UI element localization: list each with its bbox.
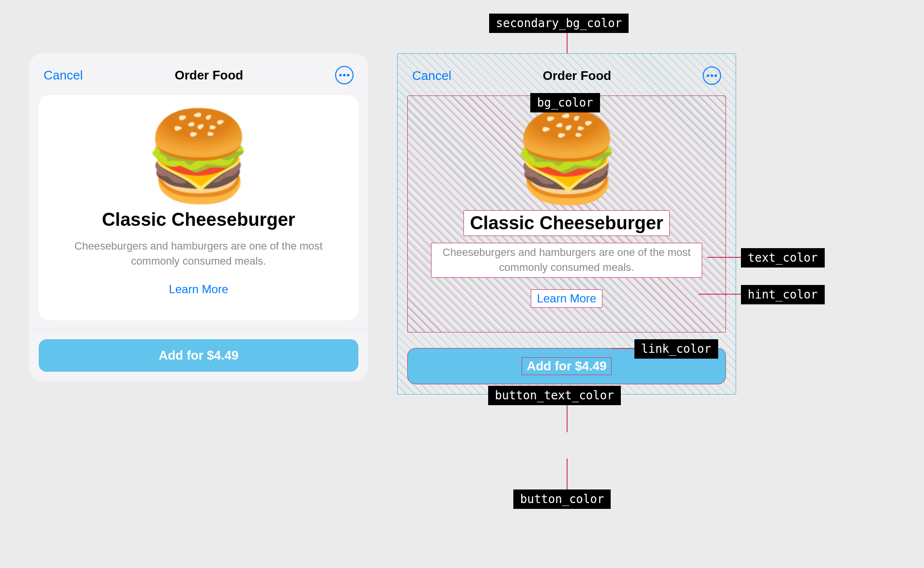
leader-text-color bbox=[707, 257, 741, 258]
leader-secondary-bg-color bbox=[567, 31, 568, 53]
label-button-color: button_color bbox=[513, 489, 611, 509]
ellipsis-icon bbox=[707, 74, 717, 77]
svg-point-1 bbox=[343, 74, 345, 76]
add-button-label: Add for $4.49 bbox=[522, 357, 612, 375]
label-secondary-bg-color: secondary_bg_color bbox=[489, 14, 629, 33]
panel-title: Order Food bbox=[543, 68, 612, 83]
label-text-color: text_color bbox=[741, 248, 825, 268]
label-bg-color: bg_color bbox=[530, 93, 600, 112]
ellipsis-icon bbox=[339, 74, 350, 77]
cancel-button[interactable]: Cancel bbox=[412, 68, 451, 83]
product-name: Classic Cheeseburger bbox=[463, 210, 669, 236]
learn-more-link[interactable]: Learn More bbox=[531, 289, 603, 308]
panel-header: Cancel Order Food bbox=[29, 53, 368, 95]
svg-point-3 bbox=[707, 74, 709, 77]
leader-button-color bbox=[567, 458, 568, 489]
more-button[interactable] bbox=[335, 66, 354, 84]
label-hint-color: hint_color bbox=[741, 285, 825, 304]
leader-link-color bbox=[611, 348, 634, 349]
hamburger-icon: 🍔 bbox=[512, 113, 621, 201]
label-button-text-color: button_text_color bbox=[488, 386, 621, 405]
svg-point-4 bbox=[710, 74, 713, 77]
leader-button-text-color bbox=[567, 403, 568, 432]
label-link-color: link_color bbox=[634, 339, 718, 359]
product-card: 🍔 Classic Cheeseburger Cheeseburgers and… bbox=[39, 95, 358, 320]
panel-title: Order Food bbox=[175, 68, 244, 83]
product-description: Cheeseburgers and hamburgers are one of … bbox=[63, 239, 334, 269]
panel-footer: Add for $4.49 bbox=[29, 329, 368, 381]
svg-point-2 bbox=[347, 74, 349, 76]
leader-hint-color bbox=[698, 294, 741, 295]
panel-header: Cancel Order Food bbox=[398, 54, 736, 95]
product-name: Classic Cheeseburger bbox=[102, 209, 295, 230]
learn-more-link[interactable]: Learn More bbox=[169, 283, 229, 296]
product-description: Cheeseburgers and hamburgers are one of … bbox=[431, 243, 702, 278]
cancel-button[interactable]: Cancel bbox=[44, 68, 83, 83]
svg-point-0 bbox=[339, 74, 341, 76]
add-to-cart-button[interactable]: Add for $4.49 bbox=[39, 339, 358, 372]
more-button[interactable] bbox=[703, 66, 721, 85]
bg-region: 🍔 Classic Cheeseburger Cheeseburgers and… bbox=[407, 95, 726, 332]
svg-point-5 bbox=[714, 74, 717, 77]
hamburger-icon: 🍔 bbox=[144, 112, 253, 200]
order-panel-rendered: Cancel Order Food 🍔 Classic Cheeseburger… bbox=[29, 53, 368, 381]
